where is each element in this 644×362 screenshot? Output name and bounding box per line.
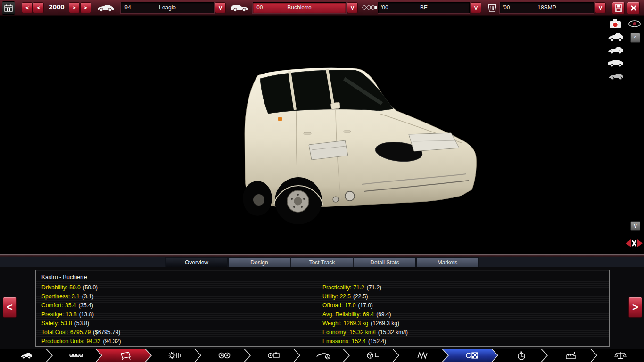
nav-finance[interactable] <box>594 349 644 362</box>
model-name: Leaglo <box>121 4 214 11</box>
engine-block-icon <box>267 351 281 360</box>
trim-dropdown[interactable]: '00 Buchierre <box>253 2 346 13</box>
car-view-side-icon[interactable] <box>608 45 624 55</box>
nav-gearbox[interactable] <box>149 349 198 362</box>
stat-comfort: Comfort:35.4(35.4) <box>41 301 121 310</box>
bottom-nav-bar <box>0 349 644 362</box>
nav-body-aero[interactable] <box>297 349 347 362</box>
stat-production-units: Production Units:94.32(94.32) <box>41 337 121 346</box>
engine-icon <box>362 4 377 11</box>
vehicle-render <box>238 62 483 225</box>
current-year: 2000 <box>45 3 68 11</box>
vehicle-3d-viewport[interactable]: ^ V <box>0 15 644 254</box>
suspension-icon <box>416 351 429 360</box>
gearbox-icon <box>168 351 182 360</box>
save-button[interactable] <box>612 2 625 14</box>
transmission-dropdown-button[interactable]: V <box>595 2 606 13</box>
engine-dropdown[interactable]: '00 BE <box>378 2 470 13</box>
stat-utility: Utility:22.5(22.5) <box>322 292 408 301</box>
engine-name: BE <box>379 4 469 11</box>
stats-box: Kastro - Buchierre Drivability:50.0(50.0… <box>35 270 610 347</box>
stat-prestige: Prestige:13.8(13.8) <box>41 310 121 319</box>
scales-icon <box>614 351 627 360</box>
car-icon <box>20 352 33 360</box>
tab-overview[interactable]: Overview <box>165 257 228 267</box>
eye-icon[interactable] <box>628 20 641 28</box>
car-model-icon <box>97 4 115 12</box>
model-dropdown-button[interactable]: V <box>215 2 226 13</box>
tab-design[interactable]: Design <box>228 257 290 267</box>
drivetrain-icon <box>69 352 83 359</box>
nav-drivetrain[interactable] <box>50 349 99 362</box>
trim-dropdown-button[interactable]: V <box>347 2 358 13</box>
transmission-name: 18SMP <box>500 4 594 11</box>
car-view-front-quarter-icon[interactable] <box>608 32 624 42</box>
stat-offroad: Offroad:17.0(17.0) <box>322 301 408 310</box>
wheels-icon <box>218 351 231 360</box>
calendar-button[interactable] <box>2 1 15 15</box>
stat-drivability: Drivability:50.0(50.0) <box>41 283 121 292</box>
steering-wheel-icon <box>366 351 380 360</box>
nav-car[interactable] <box>0 349 50 362</box>
nav-wheels[interactable] <box>198 349 248 362</box>
nav-suspension[interactable] <box>396 349 446 362</box>
car-view-top-icon[interactable] <box>608 72 624 82</box>
car-view-rear-icon[interactable] <box>608 58 624 68</box>
close-icon <box>630 5 637 11</box>
model-dropdown[interactable]: '94 Leaglo <box>121 2 214 13</box>
view-scroll-up-button[interactable]: ^ <box>630 33 640 43</box>
clock-icon <box>515 351 528 360</box>
stat-avg-reliability: Avg. Reliability:69.4(69.4) <box>322 310 408 319</box>
camera-icon[interactable] <box>609 18 623 29</box>
stat-safety: Safety:53.8(53.8) <box>41 319 121 328</box>
tab-test-track[interactable]: Test Track <box>291 257 353 267</box>
nav-interior[interactable] <box>347 349 396 362</box>
top-toolbar: < < 2000 > > '94 Leaglo V '00 Buchierre … <box>0 0 644 16</box>
transmission-icon <box>487 3 498 12</box>
factory-icon <box>565 351 577 360</box>
trim-name: Buchierre <box>253 4 346 11</box>
design-icon <box>120 351 131 360</box>
rotate-view-icon[interactable] <box>625 237 643 250</box>
year-back-fast-button[interactable]: < <box>22 2 33 13</box>
nav-factory[interactable] <box>545 349 594 362</box>
stat-emissions: Emissions:152.4(152.4) <box>322 337 408 346</box>
close-button[interactable] <box>627 2 640 14</box>
tab-detail-stats[interactable]: Detail Stats <box>354 257 416 267</box>
stats-column-left: Drivability:50.0(50.0) Sportiness:3.1(3.… <box>41 283 121 346</box>
calendar-icon <box>4 4 13 12</box>
body-aero-icon <box>316 351 330 360</box>
racing-flag-icon <box>465 351 479 360</box>
stat-practicality: Practicality:71.2(71.2) <box>322 283 408 292</box>
nav-design[interactable] <box>99 349 149 362</box>
year-forward-button[interactable]: > <box>69 2 80 13</box>
tab-bar: Overview Design Test Track Detail Stats … <box>0 257 644 267</box>
stats-column-right: Practicality:71.2(71.2) Utility:22.5(22.… <box>322 283 408 346</box>
panel-divider <box>0 254 644 257</box>
view-scroll-down-button[interactable]: V <box>630 221 640 231</box>
next-page-button[interactable]: > <box>628 297 642 318</box>
nav-racing[interactable] <box>446 349 495 362</box>
vehicle-title: Kastro - Buchierre <box>41 274 87 280</box>
nav-time[interactable] <box>495 349 545 362</box>
stat-sportiness: Sportiness:3.1(3.1) <box>41 292 121 301</box>
stat-weight: Weight:1269.3 kg(1269.3 kg) <box>322 319 408 328</box>
year-forward-fast-button[interactable]: > <box>80 2 91 13</box>
trim-vehicle-icon <box>231 3 249 12</box>
tab-markets[interactable]: Markets <box>416 257 479 267</box>
prev-page-button[interactable]: < <box>3 297 17 318</box>
transmission-dropdown[interactable]: '00 18SMP <box>500 2 594 13</box>
nav-engine[interactable] <box>248 349 297 362</box>
engine-dropdown-button[interactable]: V <box>471 2 481 13</box>
save-icon <box>615 4 622 12</box>
overview-panel: Kastro - Buchierre Drivability:50.0(50.0… <box>0 267 644 349</box>
stat-economy: Economy:15.32 km/l(15.32 km/l) <box>322 328 408 337</box>
stat-total-cost: Total Cost:6795.79($6795.79) <box>41 328 121 337</box>
year-back-button[interactable]: < <box>33 2 44 13</box>
